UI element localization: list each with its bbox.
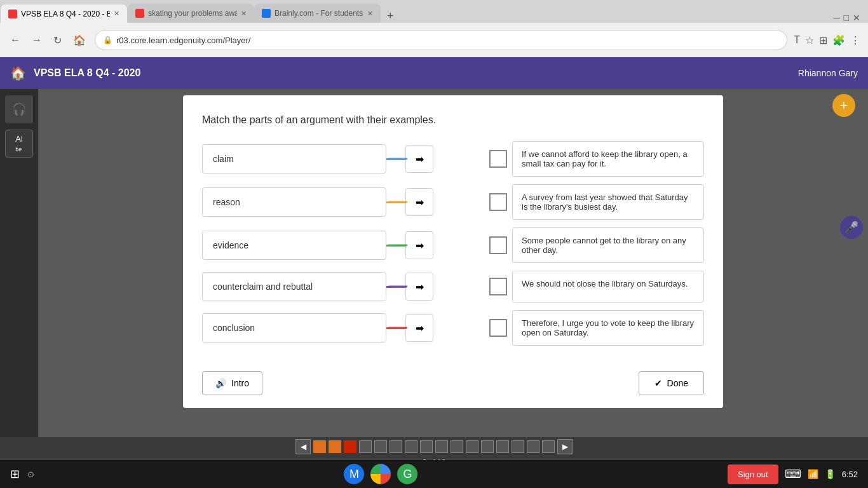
right-text-claim: If we cannot afford to keep the library … [512,141,704,177]
dot-12[interactable] [481,440,494,453]
right-text-counterclaim: We should not close the library on Satur… [512,271,704,302]
dot-10[interactable] [451,440,463,453]
mic-button[interactable]: 🎤 [840,216,863,239]
left-label-evidence: evidence [202,231,386,260]
arrow-button-evidence[interactable]: ➡ [405,231,433,259]
battery-icon: 🔋 [825,469,836,479]
home-icon[interactable]: 🏠 [10,65,26,81]
taskbar-time: 6:52 [842,470,858,479]
google-meet-icon[interactable]: M [344,464,364,484]
arrow-button-reason[interactable]: ➡ [405,188,433,216]
arrow-button-conclusion[interactable]: ➡ [405,314,433,342]
sidebar-book-icon[interactable]: Albe [5,130,33,158]
left-label-counterclaim: counterclaim and rebuttal [202,272,386,301]
dot-9[interactable] [435,440,448,453]
tab-3-close[interactable]: ✕ [367,10,373,18]
refresh-button[interactable]: ↻ [51,32,64,49]
dot-16[interactable] [542,440,555,453]
tab-2-label: skating your problems awa [148,9,237,18]
dot-4[interactable] [359,440,372,453]
arrow-button-counterclaim[interactable]: ➡ [405,273,433,301]
dot-1[interactable] [313,440,326,453]
match-row-claim: claim ➡ If we cannot afford to keep the … [202,141,704,177]
tab-3[interactable]: Brainly.com - For students. By s ✕ [254,4,381,23]
windows-button[interactable]: ⊞ [10,467,20,481]
right-text-conclusion: Therefore, I urge you to vote to keep th… [512,310,704,346]
tab-3-favicon [262,9,271,18]
check-icon: ✔ [654,378,662,388]
browser-controls: ─ □ ✕ [834,13,868,23]
new-tab-button[interactable]: + [381,10,400,23]
address-bar: ← → ↻ 🏠 🔒 r03.core.learn.edgenuity.com/P… [0,23,868,57]
dot-15[interactable] [527,440,539,453]
match-row-evidence: evidence ➡ Some people cannot get to the… [202,227,704,263]
left-label-conclusion: conclusion [202,313,386,342]
right-text-evidence: Some people cannot get to the library on… [512,227,704,263]
content-area: Match the parts of an argument with thei… [38,89,868,437]
sidebar-headphone-icon[interactable]: 🎧 [5,95,33,123]
dot-11[interactable] [466,440,478,453]
dot-8[interactable] [420,440,433,453]
tab-bar: VPSB ELA 8 Q4 - 2020 - Edgenu ✕ skating … [0,0,868,23]
dot-7[interactable] [405,440,417,453]
intro-label: Intro [231,378,249,388]
match-row-conclusion: conclusion ➡ Therefore, I urge you to vo… [202,310,704,346]
tab-1-favicon [8,10,17,18]
taskbar-search: ⊙ [27,470,34,479]
minimize-icon[interactable]: ─ [834,13,840,23]
grid-icon[interactable]: ⊞ [819,34,827,46]
dot-14[interactable] [512,440,524,453]
tab-1[interactable]: VPSB ELA 8 Q4 - 2020 - Edgenu ✕ [0,4,128,23]
close-icon[interactable]: ✕ [853,13,860,23]
taskbar-right: Sign out ⌨ 📶 🔋 6:52 [728,464,858,484]
card-footer: 🔊 Intro ✔ Done [202,365,704,395]
toolbar-icons: T ☆ ⊞ 🧩 ⋮ [794,34,860,46]
sign-out-button[interactable]: Sign out [728,464,778,484]
progress-next-button[interactable]: ▶ [557,439,573,454]
dot-2[interactable] [329,440,341,453]
activity-instruction: Match the parts of an argument with thei… [202,114,704,126]
back-button[interactable]: ← [8,32,23,48]
dot-3[interactable] [344,440,356,453]
speaker-icon: 🔊 [215,378,226,388]
tab-2-close[interactable]: ✕ [241,10,247,18]
activity-card: Match the parts of an argument with thei… [183,95,723,408]
dot-5[interactable] [374,440,387,453]
app-header: 🏠 VPSB ELA 8 Q4 - 2020 Rhiannon Gary [0,57,868,89]
translate-icon[interactable]: T [794,34,800,46]
arrow-button-claim[interactable]: ➡ [405,145,433,173]
done-button[interactable]: ✔ Done [639,371,704,395]
extension-icon[interactable]: 🧩 [832,34,845,46]
app-title: VPSB ELA 8 Q4 - 2020 [34,67,798,79]
tab-2[interactable]: skating your problems awa ✕ [128,4,254,23]
checkbox-reason[interactable] [484,193,512,211]
menu-icon[interactable]: ⋮ [850,34,860,46]
tab-2-favicon [135,9,144,18]
url-text: r03.core.learn.edgenuity.com/Player/ [116,36,250,45]
sidebar: 🎧 Albe [0,89,38,437]
taskbar: ⊞ ⊙ M G Sign out ⌨ 📶 🔋 6:52 [0,460,868,488]
keyboard-icon[interactable]: ⌨ [785,467,801,481]
home-button[interactable]: 🏠 [71,32,88,49]
plus-button[interactable]: + [832,94,855,117]
dot-6[interactable] [390,440,402,453]
checkbox-claim[interactable] [484,150,512,168]
left-label-reason: reason [202,187,386,217]
url-bar[interactable]: 🔒 r03.core.learn.edgenuity.com/Player/ [95,30,787,50]
star-icon[interactable]: ☆ [805,34,814,46]
classroom-icon[interactable]: G [397,464,417,484]
wifi-icon: 📶 [808,469,818,479]
chrome-icon[interactable] [370,464,391,484]
checkbox-conclusion[interactable] [484,319,512,337]
browser-chrome: VPSB ELA 8 Q4 - 2020 - Edgenu ✕ skating … [0,0,868,57]
tab-1-close[interactable]: ✕ [114,10,119,18]
left-label-claim: claim [202,144,386,173]
checkbox-evidence[interactable] [484,236,512,254]
dot-13[interactable] [496,440,509,453]
taskbar-center: M G [344,464,417,484]
forward-button[interactable]: → [29,32,44,48]
maximize-icon[interactable]: □ [844,13,849,23]
checkbox-counterclaim[interactable] [484,278,512,295]
progress-prev-button[interactable]: ◀ [295,439,311,454]
intro-button[interactable]: 🔊 Intro [202,371,262,395]
